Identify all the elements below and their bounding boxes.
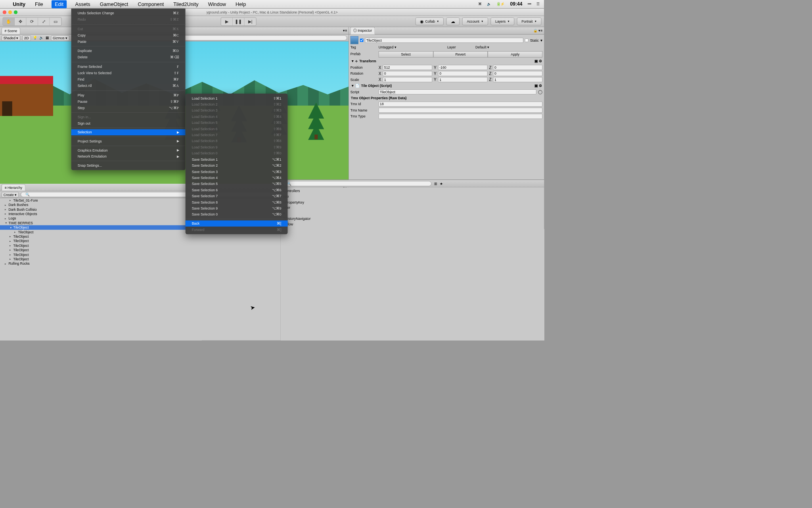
project-search[interactable]: 🔍 — [283, 181, 431, 186]
rect-tool[interactable]: ▭ — [50, 17, 61, 25]
menu-component[interactable]: Component — [137, 0, 165, 8]
menu-tiled2unity[interactable]: Tiled2Unity — [172, 0, 200, 8]
rotate-tool[interactable]: ⟳ — [26, 17, 38, 25]
gizmos-dropdown[interactable]: Gizmos ▾ — [51, 35, 69, 40]
menuitem-save-selection-5[interactable]: Save Selection 5⌥⌘5 — [186, 181, 288, 187]
star-icon[interactable]: ★ — [440, 182, 443, 186]
menuitem-load-selection-1[interactable]: Load Selection 1⇧⌘1 — [186, 95, 288, 101]
menu-help[interactable]: Help — [234, 0, 247, 8]
account-dropdown[interactable]: Account ▼ — [462, 17, 488, 25]
list-item[interactable]: Controllers — [283, 189, 541, 194]
menuitem-save-selection-1[interactable]: Save Selection 1⌥⌘1 — [186, 156, 288, 162]
gameobject-name-field[interactable] — [365, 38, 524, 43]
move-tool[interactable]: ✥ — [15, 17, 26, 25]
scl-y[interactable] — [438, 77, 488, 82]
tab-scene[interactable]: # Scene — [2, 27, 20, 34]
rot-z[interactable] — [493, 71, 543, 76]
tmx-type-field[interactable] — [379, 114, 542, 119]
maximize-window-icon[interactable] — [14, 10, 17, 14]
menu-edit[interactable]: Edit — [52, 0, 67, 8]
shading-mode-dropdown[interactable]: Shaded ▾ — [2, 35, 20, 40]
menuitem-play[interactable]: Play⌘P — [71, 92, 186, 98]
menuitem-step[interactable]: Step⌥⌘P — [71, 105, 186, 111]
play-button[interactable]: ▶ — [221, 17, 232, 25]
menuitem-snap-settings-[interactable]: Snap Settings... — [71, 162, 186, 168]
scene-options-icon[interactable]: ▾≡ — [343, 29, 347, 33]
menuitem-copy[interactable]: Copy⌘C — [71, 32, 186, 38]
audio-toggle[interactable]: 🔈 — [39, 36, 44, 40]
menuitem-back[interactable]: Back⌘[ — [186, 220, 288, 226]
tmx-id-field[interactable] — [379, 102, 542, 107]
menuitem-save-selection-0[interactable]: Save Selection 0⌥⌘0 — [186, 212, 288, 217]
menuitem-delete[interactable]: Delete⌘⌫ — [71, 54, 186, 61]
menuitem-find[interactable]: Find⌘F — [71, 76, 186, 83]
tmx-name-field[interactable] — [379, 108, 542, 113]
lighting-toggle[interactable]: 💡 — [33, 36, 37, 40]
menuitem-pause[interactable]: Pause⇧⌘P — [71, 98, 186, 105]
static-checkbox[interactable] — [525, 38, 529, 42]
hand-tool[interactable]: ✋ — [3, 17, 14, 25]
menuitem-save-selection-9[interactable]: Save Selection 9⌥⌘9 — [186, 205, 288, 211]
scale-tool[interactable]: ⤢ — [38, 17, 50, 25]
menuitem-save-selection-4[interactable]: Save Selection 4⌥⌘4 — [186, 175, 288, 181]
layer-dropdown[interactable]: Default ▾ — [475, 45, 542, 49]
menuitem-select-all[interactable]: Select All⌘A — [71, 83, 186, 89]
filter-icon[interactable]: ⊞ — [434, 182, 437, 186]
step-button[interactable]: ▶| — [244, 17, 256, 25]
menuitem-duplicate[interactable]: Duplicate⌘D — [71, 48, 186, 54]
menuitem-project-settings[interactable]: Project Settings▶ — [71, 138, 186, 144]
list-item[interactable]: orter — [283, 205, 541, 211]
menuitem-save-selection-7[interactable]: Save Selection 7⌥⌘7 — [186, 193, 288, 199]
pos-y[interactable] — [438, 65, 488, 70]
gameobject-enabled-checkbox[interactable] — [360, 38, 364, 42]
tag-dropdown[interactable]: Untagged ▾ — [379, 45, 446, 49]
pos-x[interactable] — [383, 65, 432, 70]
clock[interactable]: 09:44 — [510, 1, 523, 7]
battery-icon[interactable]: 🔋⚡ — [496, 2, 505, 6]
menuitem-save-selection-6[interactable]: Save Selection 6⌥⌘6 — [186, 187, 288, 193]
scl-z[interactable] — [493, 77, 543, 82]
transform-header[interactable]: ▼ ⟡ Transform ▣ ⚙ — [350, 58, 542, 64]
fx-toggle[interactable]: ▦ — [46, 36, 49, 40]
2d-toggle[interactable]: 2D — [22, 35, 31, 40]
layout-dropdown[interactable]: Portrait ▼ — [517, 17, 542, 25]
create-dropdown[interactable]: Create ▾ — [2, 192, 19, 197]
menu-file[interactable]: File — [34, 0, 44, 8]
menuitem-paste[interactable]: Paste⌘V — [71, 38, 186, 45]
script-header[interactable]: ▼ 📄 Tile Object (Script) ▣ ⚙ — [350, 83, 542, 89]
minimize-window-icon[interactable] — [8, 10, 12, 14]
menuitem-save-selection-2[interactable]: Save Selection 2⌥⌘2 — [186, 162, 288, 168]
rot-y[interactable] — [438, 71, 488, 76]
menuitem-lock-view-to-selected[interactable]: Lock View to Selected⇧F — [71, 70, 186, 76]
cloud-button[interactable]: ☁ — [446, 17, 460, 25]
project-list[interactable]: ControllersypenPropertyKeyorterenHistory… — [281, 187, 544, 340]
more-icon[interactable]: ••• — [528, 2, 531, 6]
list-item[interactable]: nHistoryNavigator — [283, 216, 541, 222]
menu-assets[interactable]: Assets — [74, 0, 92, 8]
pause-button[interactable]: ❚❚ — [233, 17, 244, 25]
list-item[interactable]: e — [283, 211, 541, 216]
menuitem-network-emulation[interactable]: Network Emulation▶ — [71, 154, 186, 160]
prefab-apply-button[interactable]: Apply — [488, 51, 542, 57]
script-field[interactable] — [379, 89, 536, 94]
scl-x[interactable] — [383, 77, 432, 82]
menuitem-selection[interactable]: Selection▶ — [71, 129, 186, 135]
app-name[interactable]: Unity — [11, 0, 26, 8]
collab-dropdown[interactable]: ◉ Collab ▼ — [416, 17, 444, 25]
notifications-icon[interactable]: ☰ — [536, 2, 540, 6]
menuitem-graphics-emulation[interactable]: Graphics Emulation▶ — [71, 147, 186, 153]
menuitem-save-selection-8[interactable]: Save Selection 8⌥⌘8 — [186, 199, 288, 205]
layers-dropdown[interactable]: Layers ▼ — [491, 17, 515, 25]
prefab-revert-button[interactable]: Revert — [433, 51, 488, 57]
inspector-options-icon[interactable]: 🔒 ▾≡ — [533, 29, 542, 33]
menuitem-frame-selected[interactable]: Frame SelectedF — [71, 64, 186, 70]
menuitem-sign-out[interactable]: Sign out — [71, 120, 186, 126]
rot-x[interactable] — [383, 71, 432, 76]
menuitem-save-selection-3[interactable]: Save Selection 3⌥⌘3 — [186, 169, 288, 175]
list-item[interactable]: ype — [283, 194, 541, 200]
volume-icon[interactable]: 🔈 — [487, 2, 491, 6]
screen-rec-icon[interactable]: ⌘ — [478, 2, 482, 6]
menu-window[interactable]: Window — [207, 0, 227, 8]
menu-gameobject[interactable]: GameObject — [99, 0, 129, 8]
pos-z[interactable] — [493, 65, 543, 70]
